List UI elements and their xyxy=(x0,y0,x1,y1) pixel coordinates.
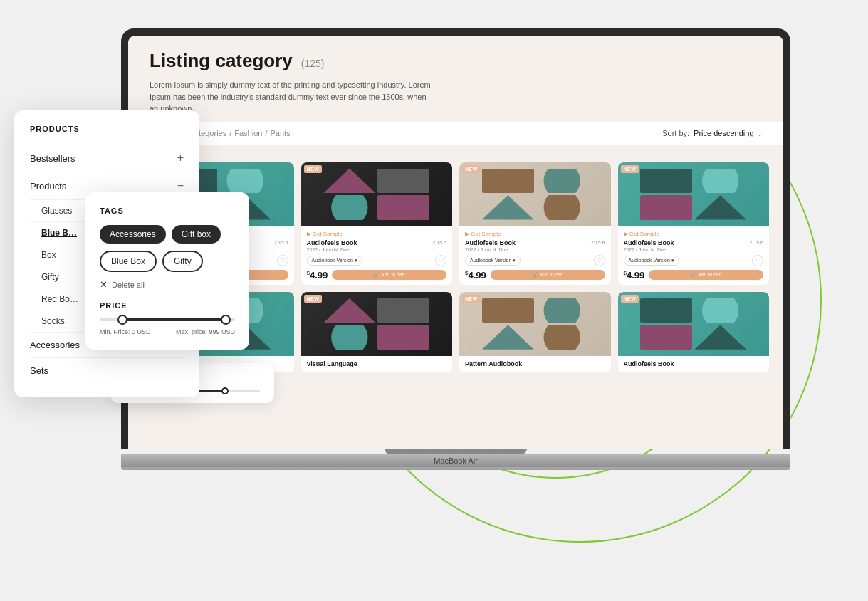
version-select-3[interactable]: Audiobook Version ▾ xyxy=(465,256,521,266)
bp-cell xyxy=(219,169,271,194)
product-duration-3: 2:15 h xyxy=(591,240,605,245)
bp-cell xyxy=(377,195,429,220)
product-badge-8: NEW xyxy=(621,295,639,303)
scene: Listing category (125) Lorem Ipsum is si… xyxy=(0,0,868,601)
bp-cell xyxy=(694,169,746,194)
delete-all-label: Delete all xyxy=(112,281,145,289)
product-badge-4: NEW xyxy=(621,165,639,173)
product-title-6: Visual Language xyxy=(307,360,357,367)
bp-cell xyxy=(640,169,692,194)
product-meta-3: 2022 / John N. Doe xyxy=(465,247,605,252)
product-price-row-2: $4.99 🛒 Add to cart xyxy=(307,270,447,281)
version-select-4[interactable]: Audiobook Version ▾ xyxy=(624,256,679,266)
bp-cell xyxy=(377,325,429,350)
sidebar-bestsellers-expand-icon: + xyxy=(177,152,184,164)
breadcrumb-pants[interactable]: Pants xyxy=(270,129,290,137)
product-version-row-3: Audiobook Version ▾ ♡ xyxy=(465,255,605,266)
product-card-3: NEW xyxy=(459,162,611,285)
product-card-6: NEW xyxy=(301,292,453,372)
price-slider-track xyxy=(100,318,235,321)
product-info-3: ▶ Get Sample Audiofeels Book 2:15 h 2022… xyxy=(459,226,611,285)
add-to-cart-btn-3[interactable]: 🛒 Add to cart xyxy=(491,270,605,280)
get-sample-btn-3[interactable]: ▶ Get Sample xyxy=(465,231,501,237)
product-card-8: NEW xyxy=(618,292,770,372)
bp-cell xyxy=(482,298,534,323)
heart-btn-2[interactable]: ♡ xyxy=(435,255,446,266)
product-badge-7: NEW xyxy=(462,295,481,303)
book-cover-6 xyxy=(301,292,453,356)
bp-cell xyxy=(640,325,692,350)
sidebar-products-heading: PRODUCTS xyxy=(30,125,184,133)
product-title-2: Audiofeels Book xyxy=(307,239,357,246)
sidebar-products-label: Products xyxy=(30,181,66,192)
price-labels: Min. Price: 0 USD Max. price: 999 USD xyxy=(100,328,235,335)
filter-tags-panel: TAGS Accessories Gift box Blue Box Gifty… xyxy=(85,192,249,350)
product-info-4: ▶ Get Sample Audiofeels Book 2:15 h 2022… xyxy=(618,226,770,285)
bp-cell xyxy=(323,325,375,350)
tag-accessories[interactable]: Accessories xyxy=(100,225,166,244)
product-image-8: NEW xyxy=(618,292,770,356)
tags-heading: TAGS xyxy=(100,207,235,215)
add-to-cart-btn-4[interactable]: 🛒 Add to cart xyxy=(649,270,763,280)
product-price-row-4: $4.99 🛒 Add to cart xyxy=(624,270,764,281)
book-pattern-4 xyxy=(640,169,746,220)
delete-all-btn[interactable]: ✕ Delete all xyxy=(100,279,235,290)
product-image-7: NEW xyxy=(459,292,611,356)
product-title-3: Audiofeels Book xyxy=(465,239,516,246)
tag-giftbox[interactable]: Gift box xyxy=(172,225,221,244)
sidebar-products-collapse-icon: − xyxy=(177,179,184,192)
product-card-2: NEW xyxy=(301,162,453,285)
breadcrumb-fashion[interactable]: Fashion xyxy=(234,129,262,137)
bp-cell xyxy=(377,169,429,194)
sidebar-sets[interactable]: Sets xyxy=(30,358,184,383)
product-count: (125) xyxy=(301,58,325,69)
book-cover-4 xyxy=(618,162,770,226)
product-title-7: Pattern Audiobook xyxy=(465,360,522,367)
product-info-6: Visual Language xyxy=(301,356,453,372)
product-card-4: NEW xyxy=(618,162,770,285)
sidebar-item-bestsellers[interactable]: Bestsellers + xyxy=(30,145,184,172)
product-info-7: Pattern Audiobook xyxy=(459,356,611,372)
bp-cell xyxy=(482,195,534,220)
heart-btn-4[interactable]: ♡ xyxy=(752,255,763,266)
product-image-3: NEW xyxy=(459,162,611,226)
screen-header: Listing category (125) Lorem Ipsum is si… xyxy=(128,36,783,122)
price-slider-fill xyxy=(120,318,229,321)
heart-btn-1[interactable]: ♡ xyxy=(277,255,288,266)
get-sample-btn-4[interactable]: ▶ Get Sample xyxy=(624,231,659,237)
products-section-label: PRODUCTS xyxy=(128,145,783,160)
bp-cell xyxy=(536,325,588,350)
sort-value[interactable]: Price descending xyxy=(694,129,753,137)
product-title-row-4: Audiofeels Book 2:15 h xyxy=(624,239,764,246)
product-duration-1: 2:15 h xyxy=(274,240,288,245)
bp-cell xyxy=(536,195,588,220)
book-cover-7 xyxy=(459,292,611,356)
add-to-cart-btn-2[interactable]: 🛒 Add to cart xyxy=(332,270,446,280)
tag-bluebox[interactable]: Blue Box xyxy=(100,251,157,272)
page-description: Lorem Ipsum is simply dummy text of the … xyxy=(150,79,434,115)
book-pattern-8 xyxy=(640,298,746,350)
product-meta-2: 2022 / John N. Doe xyxy=(307,247,447,252)
bp-cell xyxy=(323,169,375,194)
filter2-thumb-max[interactable] xyxy=(221,387,229,394)
heart-btn-3[interactable]: ♡ xyxy=(594,255,605,266)
sort-arrow[interactable]: ↓ xyxy=(758,129,763,137)
book-cover-8 xyxy=(618,292,770,356)
product-title-8: Audiofeels Book xyxy=(624,360,674,367)
laptop-base: MacBook Air xyxy=(121,454,790,470)
sidebar-bestsellers-label: Bestsellers xyxy=(30,153,75,164)
product-badge-6: NEW xyxy=(304,295,323,303)
bp-cell xyxy=(536,298,588,323)
product-version-row-4: Audiobook Version ▾ ♡ xyxy=(624,255,764,266)
price-slider-thumb-max[interactable] xyxy=(221,315,231,325)
tag-gifty[interactable]: Gifty xyxy=(162,251,203,272)
product-duration-2: 2:15 h xyxy=(433,240,446,245)
bp-cell xyxy=(694,195,746,220)
get-sample-btn-2[interactable]: ▶ Get Sample xyxy=(307,231,343,237)
product-title-row-3: Audiofeels Book 2:15 h xyxy=(465,239,605,246)
title-row: Listing category (125) xyxy=(150,50,762,72)
version-select-2[interactable]: Audiobook Version ▾ xyxy=(307,256,362,266)
product-info-2: ▶ Get Sample Audiofeels Book 2:15 h 2022… xyxy=(301,226,453,285)
price-slider-thumb-min[interactable] xyxy=(117,315,127,325)
product-badge-3: NEW xyxy=(462,165,481,173)
